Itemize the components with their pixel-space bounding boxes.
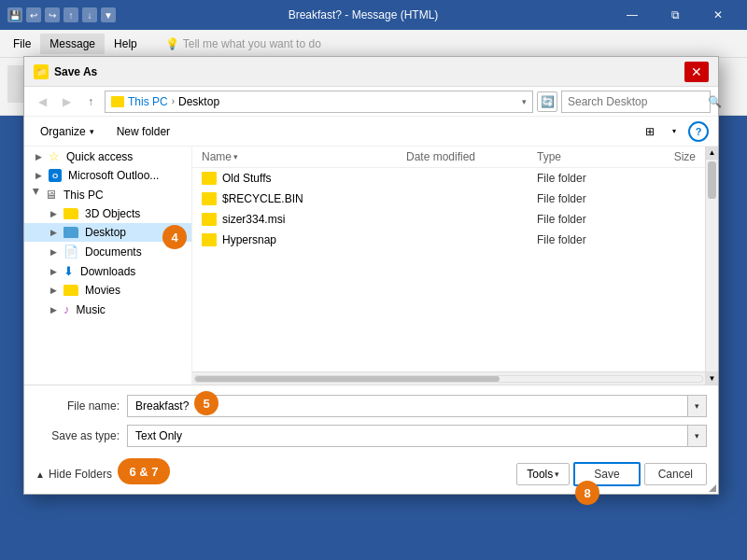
menu-message[interactable]: Message (40, 34, 105, 54)
dialog-close-button[interactable]: ✕ (684, 62, 709, 82)
badge-8: 8 (575, 481, 599, 505)
quick-access-star-icon: ☆ (49, 149, 60, 163)
forward-button[interactable]: ▶ (56, 91, 77, 112)
download-icon[interactable]: ↓ (82, 7, 97, 22)
hide-folders-button[interactable]: ▲ Hide Folders (35, 468, 112, 481)
minimize-button[interactable]: — (611, 0, 654, 30)
view-toggle-button[interactable]: ⊞ (640, 121, 660, 142)
help-button[interactable]: ? (688, 121, 709, 142)
up-button[interactable]: ↑ (80, 91, 101, 112)
tree-item-movies[interactable]: ▶ Movies (24, 281, 191, 300)
nav-bar: ◀ ▶ ↑ This PC › Desktop ▾ 🔄 🔍 (24, 87, 718, 117)
saveastype-dropdown-button[interactable]: ▾ (687, 426, 706, 446)
badge-67: 6 & 7 (118, 458, 170, 484)
file-type-sizer: File folder (537, 213, 630, 226)
undo-icon[interactable]: ↩ (26, 7, 41, 22)
organize-label: Organize (40, 125, 86, 138)
file-name-sizer: sizer334.msi (222, 213, 406, 226)
dialog-title-text: Save As (54, 65, 684, 78)
breadcrumb-desktop[interactable]: Desktop (178, 95, 219, 108)
view-dropdown-button[interactable]: ▾ (664, 121, 684, 142)
tree-item-outlook[interactable]: ▶ O Microsoft Outloo... (24, 166, 191, 185)
search-icon: 🔍 (708, 95, 722, 108)
more-icon[interactable]: ▼ (101, 7, 116, 22)
3d-icon (63, 208, 78, 219)
lightbulb-icon: 💡 (165, 37, 179, 50)
folder-tree: ▶ ☆ Quick access ▶ O Microsoft Outloo...… (24, 147, 192, 385)
cancel-button[interactable]: Cancel (644, 463, 707, 485)
redo-icon[interactable]: ↪ (45, 7, 60, 22)
new-folder-label: New folder (117, 125, 170, 138)
tree-item-quick-access[interactable]: ▶ ☆ Quick access (24, 147, 191, 166)
file-name-hypersnap: Hypersnap (222, 233, 406, 246)
refresh-button[interactable]: 🔄 (537, 91, 557, 112)
music-icon: ♪ (63, 302, 70, 316)
breadcrumb-dropdown-icon[interactable]: ▾ (522, 97, 527, 106)
content-area: ▶ ☆ Quick access ▶ O Microsoft Outloo...… (24, 147, 718, 385)
music-label: Music (77, 303, 106, 316)
file-type-hypersnap: File folder (537, 233, 630, 246)
file-row[interactable]: $RECYCLE.BIN File folder (192, 189, 705, 209)
upload-icon[interactable]: ↑ (63, 7, 78, 22)
documents-label: Documents (85, 245, 142, 259)
this-pc-chevron: ▶ (28, 189, 41, 202)
menu-help[interactable]: Help (105, 34, 147, 54)
restore-button[interactable]: ⧉ (654, 0, 697, 30)
tree-item-desktop[interactable]: ▶ Desktop 4 (24, 223, 191, 242)
outlook-item-icon: O (49, 169, 62, 182)
col-date-header[interactable]: Date modified (406, 150, 537, 163)
close-button[interactable]: ✕ (697, 0, 740, 30)
tree-item-3d-objects[interactable]: ▶ 3D Objects (24, 204, 191, 223)
window-title: Breakfast? - Message (HTML) (121, 8, 605, 21)
folder-icon-recycle (202, 192, 217, 205)
tree-item-downloads[interactable]: ▶ ⬇ Downloads (24, 261, 191, 281)
save-icon: 💾 (7, 7, 22, 22)
outlook-chevron: ▶ (32, 169, 45, 182)
tools-arrow-icon: ▾ (555, 469, 559, 479)
horizontal-scrollbar[interactable] (192, 371, 705, 385)
menu-bar: File Message Help 💡 Tell me what you wan… (0, 30, 747, 58)
tree-item-music[interactable]: ▶ ♪ Music (24, 300, 191, 319)
col-type-header[interactable]: Type (537, 150, 630, 163)
organize-arrow-icon: ▾ (90, 127, 94, 136)
quick-access-chevron: ▶ (32, 150, 45, 163)
sort-arrow-icon: ▾ (233, 152, 238, 161)
breadcrumb-sep: › (172, 96, 175, 106)
breadcrumb-this-pc[interactable]: This PC (128, 95, 168, 108)
movies-label: Movies (85, 284, 120, 297)
new-folder-button[interactable]: New folder (110, 122, 176, 141)
documents-icon: 📄 (63, 245, 78, 259)
tree-item-this-pc[interactable]: ▶ 🖥 This PC (24, 185, 191, 204)
saveastype-row: Save as type: ▾ (35, 425, 707, 447)
quick-access-label: Quick access (66, 150, 133, 163)
3d-label: 3D Objects (85, 207, 140, 220)
col-name-header[interactable]: Name ▾ (202, 150, 406, 163)
breadcrumb[interactable]: This PC › Desktop ▾ (105, 91, 533, 113)
scroll-thumb[interactable] (708, 161, 716, 199)
vertical-scrollbar[interactable]: ▲ ▼ (705, 147, 718, 385)
badge-4: 4 (162, 225, 187, 249)
search-input[interactable] (568, 95, 708, 108)
menu-file[interactable]: File (4, 34, 40, 54)
file-row[interactable]: sizer334.msi File folder (192, 209, 705, 230)
filename-dropdown-button[interactable]: ▾ (687, 396, 706, 416)
breadcrumb-folder-icon (111, 96, 124, 107)
search-box[interactable]: 🔍 (561, 91, 711, 113)
music-chevron: ▶ (47, 303, 60, 316)
resize-handle[interactable] (707, 483, 718, 494)
file-name-recycle: $RECYCLE.BIN (222, 192, 406, 205)
this-pc-icon: 🖥 (45, 188, 57, 202)
tools-button[interactable]: Tools ▾ (516, 463, 570, 485)
organize-button[interactable]: Organize ▾ (34, 122, 101, 141)
back-button[interactable]: ◀ (32, 91, 52, 112)
tell-me-input[interactable]: Tell me what you want to do (183, 37, 321, 50)
file-row[interactable]: Old Stuffs File folder (192, 168, 705, 189)
saveastype-dropdown[interactable]: ▾ (127, 425, 707, 447)
scroll-down-button[interactable]: ▼ (706, 371, 718, 385)
col-size-header[interactable]: Size (630, 150, 696, 163)
scroll-up-button[interactable]: ▲ (706, 147, 718, 160)
file-row[interactable]: Hypersnap File folder (192, 230, 705, 250)
folder-icon-hypersnap (202, 233, 217, 246)
file-list-panel: Name ▾ Date modified Type Size Old Stuff… (192, 147, 705, 385)
hide-folders-label: Hide Folders (49, 468, 112, 481)
